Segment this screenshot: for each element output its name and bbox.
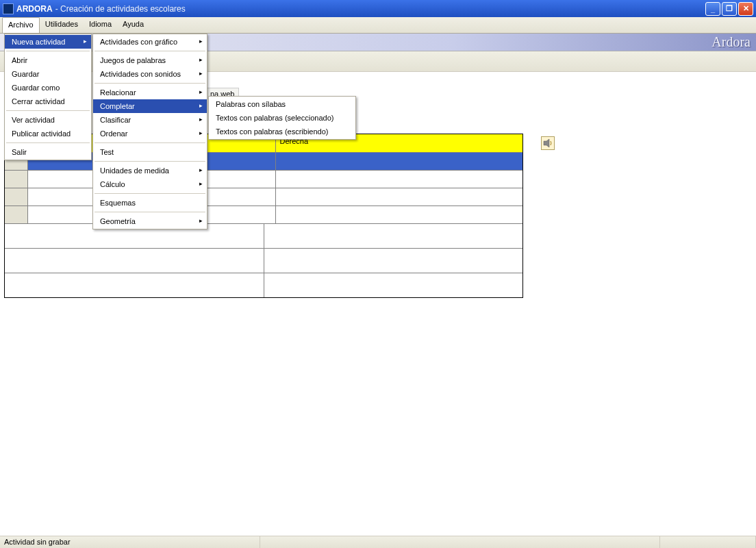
menu-utilidades[interactable]: Utilidades [40, 17, 84, 33]
grid-row[interactable] [5, 273, 522, 297]
completar-submenu: Palabras con sílabas Textos con palabras… [208, 96, 356, 140]
submenu-juegos[interactable]: Juegos de palabras [93, 53, 207, 67]
submenu-completar[interactable]: Completar [93, 99, 207, 113]
menu-abrir[interactable]: Abrir [5, 53, 91, 67]
brand-logo: Ardora [711, 34, 751, 50]
status-cell-2 [260, 536, 660, 548]
window-subtitle: - Creación de actividades escolares [55, 4, 186, 14]
submenu-geometria[interactable]: Geometría [93, 214, 207, 228]
menu-nueva-actividad[interactable]: Nueva actividad [5, 35, 91, 49]
submenu-clasificar[interactable]: Clasificar [93, 113, 207, 127]
statusbar: Actividad sin grabar [0, 536, 756, 548]
menu-cerrar-actividad[interactable]: Cerrar actividad [5, 95, 91, 108]
archivo-dropdown: Nueva actividad Abrir Guardar Guardar co… [4, 34, 92, 160]
menu-ver-actividad[interactable]: Ver actividad [5, 113, 91, 127]
grid-row[interactable] [5, 188, 522, 206]
menu-archivo[interactable]: Archivo [2, 17, 40, 33]
completar-seleccionado[interactable]: Textos con palabras (seleccionado) [209, 111, 355, 125]
close-button[interactable]: ✕ [738, 2, 753, 16]
menu-publicar-actividad[interactable]: Publicar actividad [5, 127, 91, 140]
menu-guardar-como[interactable]: Guardar como [5, 81, 91, 95]
svg-marker-0 [544, 139, 549, 147]
app-icon [3, 3, 14, 14]
app-name: ARDORA [16, 4, 53, 14]
grid-row[interactable] [5, 248, 522, 273]
submenu-test[interactable]: Test [93, 145, 207, 159]
menu-idioma[interactable]: Idioma [84, 17, 117, 33]
menu-ayuda[interactable]: Ayuda [117, 17, 149, 33]
submenu-esquemas[interactable]: Esquemas [93, 196, 207, 210]
submenu-relacionar[interactable]: Relacionar [93, 86, 207, 99]
audio-icon[interactable] [541, 136, 555, 150]
submenu-calculo[interactable]: Cálculo [93, 177, 207, 191]
grid-row[interactable] [5, 223, 522, 248]
menu-salir[interactable]: Salir [5, 145, 91, 159]
grid-row[interactable] [5, 206, 522, 223]
submenu-ordenar[interactable]: Ordenar [93, 127, 207, 140]
status-cell-3 [660, 536, 756, 548]
nueva-actividad-submenu: Actividades con gráfico Juegos de palabr… [92, 34, 207, 229]
minimize-button[interactable]: _ [705, 2, 720, 16]
menubar: Archivo Utilidades Idioma Ayuda [0, 17, 756, 34]
submenu-grafico[interactable]: Actividades con gráfico [93, 35, 207, 49]
submenu-unidades[interactable]: Unidades de medida [93, 164, 207, 177]
completar-escribiendo[interactable]: Textos con palabras (escribiendo) [209, 125, 355, 138]
grid-row[interactable] [5, 170, 522, 188]
completar-silabas[interactable]: Palabras con sílabas [209, 97, 355, 111]
maximize-button[interactable]: ❐ [722, 2, 737, 16]
menu-guardar[interactable]: Guardar [5, 67, 91, 81]
submenu-sonidos[interactable]: Actividades con sonidos [93, 67, 207, 81]
status-text: Actividad sin grabar [0, 536, 260, 548]
titlebar: ARDORA - Creación de actividades escolar… [0, 0, 756, 17]
